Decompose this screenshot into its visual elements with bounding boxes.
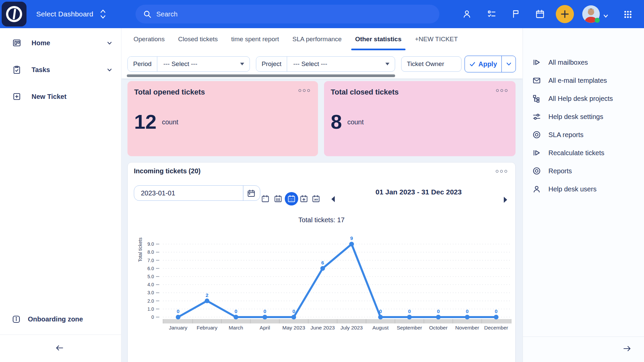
tab-time-spent-report[interactable]: time spent report bbox=[230, 28, 280, 50]
period-filter-value: --- Select --- bbox=[157, 60, 240, 68]
panel-menu-button[interactable] bbox=[496, 170, 507, 173]
svg-text:2.0: 2.0 bbox=[148, 298, 154, 304]
calendar-week-view-button[interactable] bbox=[274, 194, 282, 203]
svg-text:0: 0 bbox=[263, 308, 266, 314]
svg-text:December: December bbox=[484, 325, 508, 330]
apps-grid-icon bbox=[623, 9, 633, 19]
menu-item-label: Recalculate tickets bbox=[548, 149, 604, 157]
svg-text:0: 0 bbox=[437, 308, 440, 314]
chevron-up-down-icon bbox=[99, 8, 107, 20]
svg-text:October: October bbox=[429, 325, 447, 330]
sidebar-item-label: New Ticket bbox=[32, 93, 66, 101]
right-sidebar: All mailboxes All e-mail templates All H… bbox=[523, 28, 644, 362]
apps-grid-button[interactable] bbox=[621, 7, 635, 22]
expand-panel-button[interactable] bbox=[622, 343, 633, 354]
flag-button[interactable] bbox=[508, 7, 523, 21]
menu-item-recalculate-tickets[interactable]: Recalculate tickets bbox=[523, 144, 644, 162]
svg-text:September: September bbox=[397, 325, 422, 330]
menu-item-label: All e-mail templates bbox=[548, 77, 607, 84]
project-filter-label: Project bbox=[256, 57, 287, 71]
chevron-down-icon bbox=[505, 61, 512, 67]
svg-text:9.0: 9.0 bbox=[148, 241, 154, 247]
menu-item-reports[interactable]: Reports bbox=[523, 162, 644, 180]
project-filter[interactable]: Project --- Select --- bbox=[256, 56, 395, 72]
collapse-sidebar-button[interactable] bbox=[54, 342, 65, 354]
calendar-month-view-button[interactable] bbox=[287, 194, 296, 203]
svg-text:July 2023: July 2023 bbox=[340, 325, 363, 330]
tab-new-ticket[interactable]: +NEW TICKET bbox=[414, 28, 459, 50]
svg-text:1.0: 1.0 bbox=[148, 306, 154, 312]
sidebar-item-new-ticket[interactable]: New Ticket bbox=[0, 83, 121, 110]
svg-text:March: March bbox=[229, 325, 243, 330]
card-title: Total opened tickets bbox=[134, 88, 205, 97]
tab-other-statistics[interactable]: Other statistics bbox=[355, 28, 402, 50]
menu-item-helpdesk-projects[interactable]: All Help desk projects bbox=[523, 89, 644, 108]
menu-item-email-templates[interactable]: All e-mail templates bbox=[523, 71, 644, 89]
caret-down-icon bbox=[240, 63, 244, 65]
expand-right-icon bbox=[622, 343, 633, 354]
svg-text:April: April bbox=[260, 325, 270, 330]
next-period-button[interactable] bbox=[503, 196, 508, 203]
svg-text:January: January bbox=[169, 325, 187, 330]
incoming-tickets-line-chart: 9.08.07.06.05.04.03.02.01.00JanuaryFebru… bbox=[135, 235, 517, 339]
dashboard-icon bbox=[12, 38, 21, 48]
sidebar-item-tasks[interactable]: Tasks bbox=[0, 56, 121, 83]
mailboxes-icon bbox=[532, 58, 541, 67]
add-icon bbox=[560, 9, 570, 19]
period-filter-label: Period bbox=[128, 57, 157, 71]
avatar-menu-caret[interactable] bbox=[601, 9, 610, 23]
menu-item-sla-reports[interactable]: SLA reports bbox=[523, 126, 644, 144]
svg-text:0: 0 bbox=[234, 308, 237, 314]
calendar-year-view-button[interactable]: 365 bbox=[312, 194, 320, 203]
svg-text:2: 2 bbox=[206, 292, 208, 298]
svg-text:8.0: 8.0 bbox=[148, 249, 154, 255]
calendar-day-view-button[interactable] bbox=[261, 194, 270, 203]
user-button[interactable] bbox=[460, 7, 474, 21]
reports-target-icon bbox=[532, 167, 541, 175]
onboarding-zone-item[interactable]: Onboarding zone bbox=[0, 311, 121, 327]
chevron-down-icon[interactable] bbox=[107, 40, 112, 46]
ticket-owner-filter[interactable]: Ticket Owner bbox=[401, 56, 462, 72]
period-filter[interactable]: Period --- Select --- bbox=[127, 56, 250, 72]
search-bar bbox=[136, 5, 439, 23]
calendar-picker-button[interactable] bbox=[247, 189, 256, 198]
card-menu-button[interactable] bbox=[299, 89, 310, 92]
menu-item-helpdesk-settings[interactable]: Help desk settings bbox=[523, 108, 644, 126]
recalculate-icon bbox=[532, 148, 541, 157]
app-logo[interactable] bbox=[2, 2, 26, 26]
apply-button-label: Apply bbox=[478, 60, 497, 68]
tab-operations[interactable]: Operations bbox=[133, 28, 165, 50]
card-unit: count bbox=[162, 118, 178, 126]
arrow-left-icon bbox=[330, 195, 336, 203]
menu-item-label: Help desk settings bbox=[548, 113, 603, 121]
start-date-input[interactable] bbox=[134, 186, 241, 200]
card-value-row: 8 count bbox=[331, 112, 364, 132]
tasks-checklist-button[interactable] bbox=[484, 7, 499, 21]
svg-text:9: 9 bbox=[350, 235, 353, 241]
card-title: Total closed tickets bbox=[331, 88, 399, 97]
sidebar-item-home[interactable]: Home bbox=[0, 29, 121, 56]
apply-button[interactable]: Apply bbox=[465, 56, 502, 72]
tab-sla-performance[interactable]: SLA performance bbox=[292, 28, 342, 50]
menu-item-label: All Help desk projects bbox=[548, 95, 613, 103]
tab-closed-tickets[interactable]: Closed tickets bbox=[177, 28, 218, 50]
menu-item-label: All mailboxes bbox=[548, 59, 588, 66]
card-menu-button[interactable] bbox=[496, 89, 507, 92]
svg-text:0: 0 bbox=[177, 308, 179, 314]
content-header: Operations Closed tickets time spent rep… bbox=[121, 28, 523, 78]
search-input[interactable] bbox=[156, 10, 439, 18]
svg-text:0: 0 bbox=[151, 314, 154, 320]
dashboard-selector[interactable]: Select Dashboard bbox=[36, 0, 107, 28]
calendar-icon bbox=[247, 189, 256, 198]
svg-text:Total tickets: Total tickets bbox=[138, 237, 143, 262]
calendar-button[interactable] bbox=[533, 7, 547, 21]
menu-item-all-mailboxes[interactable]: All mailboxes bbox=[523, 53, 644, 71]
chevron-down-icon[interactable] bbox=[107, 67, 112, 73]
apply-dropdown-button[interactable] bbox=[502, 56, 516, 72]
calendar-add-view-button[interactable] bbox=[300, 194, 308, 203]
total-opened-tickets-card: Total opened tickets 12 count bbox=[127, 81, 318, 156]
filters-scrollbar[interactable] bbox=[127, 74, 395, 77]
previous-period-button[interactable] bbox=[330, 195, 336, 203]
menu-item-helpdesk-users[interactable]: Help desk users bbox=[523, 180, 644, 198]
add-button[interactable] bbox=[556, 5, 574, 23]
